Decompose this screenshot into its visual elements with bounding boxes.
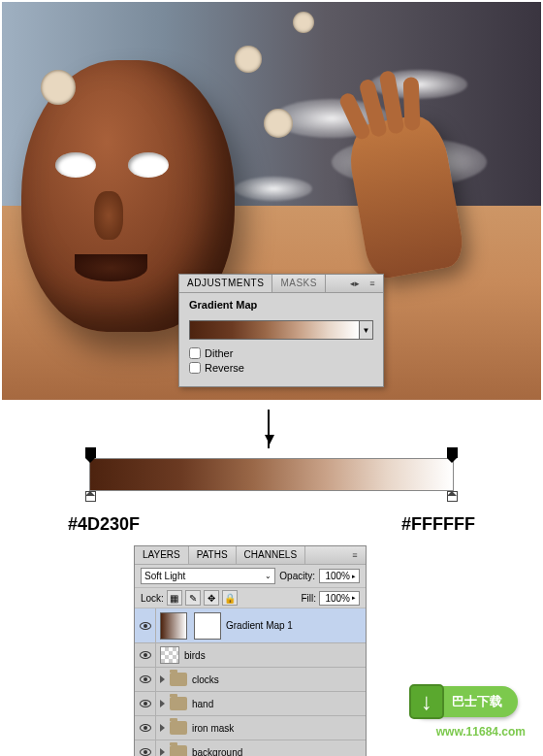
- gradient-slider-track[interactable]: [89, 458, 454, 491]
- layer-row-iron-mask[interactable]: iron mask: [135, 716, 366, 740]
- hex-labels: #4D230F #FFFFFF: [68, 514, 475, 535]
- folder-icon: [170, 697, 187, 710]
- tab-masks[interactable]: MASKS: [272, 275, 326, 292]
- disclosure-triangle-icon[interactable]: [160, 724, 165, 732]
- adjustment-thumbnail[interactable]: [160, 612, 187, 640]
- layer-mask-thumbnail[interactable]: [194, 612, 221, 640]
- hex-left: #4D230F: [68, 514, 140, 535]
- fill-input[interactable]: 100%▸: [319, 591, 360, 606]
- gradient-preview[interactable]: [189, 320, 360, 340]
- finger: [403, 77, 421, 131]
- layer-name: clocks: [192, 674, 219, 685]
- eye-icon: [140, 651, 151, 659]
- hex-right: #FFFFFF: [401, 514, 475, 535]
- visibility-toggle[interactable]: [135, 740, 156, 756]
- eye-icon: [140, 675, 151, 683]
- visibility-toggle[interactable]: [135, 643, 156, 667]
- panel-menu-icon[interactable]: ≡: [366, 277, 379, 290]
- tab-channels[interactable]: CHANNELS: [237, 546, 305, 564]
- eye-icon: [140, 700, 151, 707]
- mask-eye-right: [128, 152, 169, 178]
- clock-object: [264, 109, 293, 138]
- clock-object: [41, 70, 76, 105]
- opacity-label: Opacity:: [279, 571, 315, 581]
- tab-adjustments[interactable]: ADJUSTMENTS: [179, 275, 272, 292]
- folder-icon: [170, 673, 187, 686]
- watermark-url: www.11684.com: [436, 725, 526, 739]
- watermark-badge: ↓ 巴士下载: [411, 686, 518, 717]
- cloud: [235, 177, 312, 201]
- download-arrow-icon: ↓: [409, 684, 444, 719]
- dither-checkbox[interactable]: [189, 347, 201, 359]
- collapse-icon[interactable]: ◂▸: [348, 277, 362, 290]
- panel-tabbar: ADJUSTMENTS MASKS ◂▸ ≡: [179, 275, 383, 293]
- visibility-toggle[interactable]: [135, 668, 156, 691]
- eye-icon: [140, 622, 151, 630]
- layer-list: Gradient Map 1 birds clocks hand: [135, 608, 366, 756]
- adjustments-panel: ADJUSTMENTS MASKS ◂▸ ≡ Gradient Map ▼ Di…: [178, 274, 384, 387]
- folder-icon: [170, 721, 187, 735]
- layer-thumbnail[interactable]: [160, 646, 179, 664]
- blend-mode-select[interactable]: Soft Light ⌄: [141, 568, 275, 584]
- eye-icon: [140, 748, 151, 756]
- visibility-toggle[interactable]: [135, 692, 156, 715]
- layer-row-birds[interactable]: birds: [135, 643, 366, 668]
- tab-paths[interactable]: PATHS: [189, 546, 237, 564]
- lock-label: Lock:: [141, 593, 164, 604]
- color-stop-right[interactable]: [447, 491, 458, 502]
- gradient-editor: [83, 446, 460, 510]
- visibility-toggle[interactable]: [135, 716, 156, 740]
- mask-mouth: [75, 254, 147, 281]
- blend-mode-value: Soft Light: [144, 571, 185, 581]
- adjustment-title: Gradient Map: [189, 299, 373, 311]
- tab-layers[interactable]: LAYERS: [135, 546, 189, 564]
- layer-name: iron mask: [192, 723, 234, 734]
- chevron-down-icon: ⌄: [265, 572, 272, 580]
- folder-icon: [170, 745, 187, 756]
- mask-eye-left: [55, 152, 96, 178]
- layers-panel: LAYERS PATHS CHANNELS ≡ Soft Light ⌄ Opa…: [134, 545, 367, 756]
- layer-row-background[interactable]: background: [135, 740, 366, 756]
- lock-position-icon[interactable]: ✥: [204, 590, 219, 606]
- eye-icon: [140, 724, 151, 732]
- fill-label: Fill:: [301, 593, 316, 604]
- opacity-stop-right[interactable]: [447, 447, 458, 458]
- badge-text: 巴士下载: [452, 693, 502, 710]
- lock-all-icon[interactable]: 🔒: [222, 590, 238, 606]
- lock-transparency-icon[interactable]: ▦: [167, 590, 182, 606]
- disclosure-triangle-icon[interactable]: [160, 700, 165, 707]
- color-stop-left[interactable]: [85, 491, 96, 502]
- layers-tabbar: LAYERS PATHS CHANNELS ≡: [135, 546, 366, 565]
- layer-row-clocks[interactable]: clocks: [135, 668, 366, 692]
- layer-name: Gradient Map 1: [226, 620, 293, 631]
- mask-nose: [94, 191, 123, 240]
- lock-pixels-icon[interactable]: ✎: [185, 590, 201, 606]
- layer-name: background: [192, 747, 242, 757]
- layer-name: hand: [192, 699, 213, 709]
- clock-object: [293, 12, 314, 33]
- layer-row-hand[interactable]: hand: [135, 692, 366, 716]
- visibility-toggle[interactable]: [135, 608, 156, 642]
- gradient-dropdown-arrow[interactable]: ▼: [360, 320, 373, 340]
- reverse-label: Reverse: [205, 362, 244, 374]
- panel-menu-icon[interactable]: ≡: [348, 548, 362, 562]
- layer-name: birds: [184, 650, 206, 661]
- arrow-pointer-icon: [268, 410, 270, 448]
- dither-label: Dither: [205, 347, 233, 359]
- opacity-input[interactable]: 100%▸: [319, 569, 360, 583]
- disclosure-triangle-icon[interactable]: [160, 748, 165, 756]
- reverse-checkbox[interactable]: [189, 362, 201, 374]
- opacity-stop-left[interactable]: [85, 447, 96, 458]
- clock-object: [235, 46, 262, 73]
- disclosure-triangle-icon[interactable]: [160, 675, 165, 683]
- layer-row-gradient-map[interactable]: Gradient Map 1: [135, 608, 366, 643]
